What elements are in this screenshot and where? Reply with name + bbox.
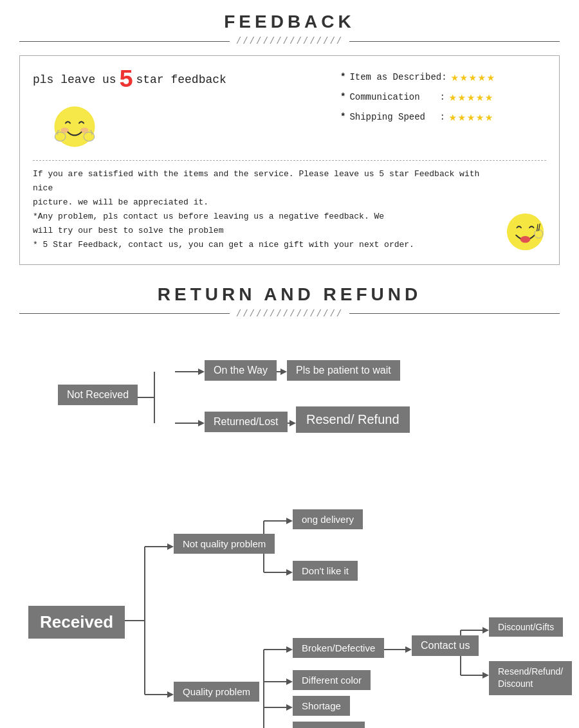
long-delivery-box: ong delivery [293, 509, 363, 529]
feedback-line3: *Any problem, pls contact us before leav… [33, 212, 384, 221]
star-4: ★ [478, 69, 486, 85]
svg-marker-10 [198, 369, 205, 375]
discount-gifts-box: Discount/Gifts [489, 617, 563, 637]
return-title: RETURN AND REFUND [19, 284, 560, 305]
big-five: 5 [119, 66, 134, 94]
resend-refund-discount-box: Resend/Refund/ Discount [489, 661, 572, 695]
feedback-divider: //////////////// [19, 36, 560, 46]
feedback-title: FEEDBACK [19, 12, 560, 32]
feedback-left: pls leave us5star feedback [33, 66, 340, 152]
star-c5: ★ [485, 89, 493, 105]
svg-marker-29 [286, 518, 293, 524]
asterisk-3: * [340, 112, 345, 122]
smiley-face-1 [52, 104, 97, 149]
feedback-line4: will try our best to solve the problem [33, 226, 223, 235]
returned-lost-box: Returned/Lost [205, 412, 288, 432]
svg-marker-24 [167, 543, 174, 550]
feedback-body-text: If you are satisfied with the items and … [33, 167, 498, 253]
svg-marker-12 [198, 420, 205, 426]
star-c2: ★ [458, 89, 466, 105]
star-1: ★ [451, 69, 459, 85]
smiley-face-2 [504, 211, 546, 253]
wrong-items-box: Wrong items [293, 722, 365, 728]
feedback-box: pls leave us5star feedback [19, 55, 560, 265]
return-slashes: //////////////// [230, 309, 349, 319]
feedback-top: pls leave us5star feedback [33, 66, 546, 152]
star-s3: ★ [467, 109, 475, 125]
svg-point-7 [520, 236, 531, 242]
svg-marker-43 [405, 646, 412, 653]
colon-3: : [439, 112, 445, 122]
received-box: Received [28, 606, 125, 639]
colon-2: : [439, 92, 445, 102]
different-color-box: Different color [293, 670, 371, 690]
svg-marker-18 [280, 369, 287, 375]
svg-point-8 [535, 230, 543, 238]
star-s5: ★ [485, 109, 493, 125]
feedback-right: * Item as Described : ★ ★ ★ ★ ★ * Commun… [340, 66, 546, 129]
stars-comm: ★ ★ ★ ★ ★ [449, 89, 493, 105]
not-received-box: Not Received [58, 385, 138, 405]
resend-refund-box: Resend/ Refund [296, 406, 410, 433]
svg-marker-37 [286, 678, 293, 685]
svg-marker-48 [482, 672, 489, 678]
star-c3: ★ [467, 89, 475, 105]
pls-be-patient-box: Pls be patient to wait [287, 360, 400, 381]
asterisk-2: * [340, 92, 345, 102]
svg-marker-39 [286, 704, 293, 711]
return-divider: //////////////// [19, 309, 560, 319]
shipping-label: Shipping Speed [349, 112, 439, 122]
communication-label: Communication [349, 92, 439, 102]
dont-like-box: Don't like it [293, 561, 358, 581]
pls-after: star feedback [136, 73, 226, 86]
shortage-box: Shortage [293, 696, 350, 716]
feedback-section: FEEDBACK //////////////// pls leave us5s… [0, 0, 579, 271]
pls-before: pls leave us [33, 73, 116, 86]
svg-marker-26 [167, 691, 174, 698]
not-received-chart: Not Received On the Way Pls be patient t… [19, 328, 560, 469]
star-row-ship: * Shipping Speed : ★ ★ ★ ★ ★ [340, 109, 546, 125]
star-row-comm: * Communication : ★ ★ ★ ★ ★ [340, 89, 546, 105]
feedback-line1: If you are satisfied with the items and … [33, 169, 479, 193]
on-the-way-box: On the Way [205, 360, 277, 381]
svg-marker-35 [286, 646, 293, 653]
star-s2: ★ [458, 109, 466, 125]
pls-text: pls leave us5star feedback [33, 66, 340, 94]
svg-point-4 [55, 132, 66, 141]
star-5: ★ [487, 69, 495, 85]
quality-problem-box: Quality problem [174, 682, 259, 702]
stars-ship: ★ ★ ★ ★ ★ [449, 109, 493, 125]
star-3: ★ [469, 69, 477, 85]
colon-1: : [441, 72, 446, 82]
star-2: ★ [460, 69, 468, 85]
star-c1: ★ [449, 89, 457, 105]
star-c4: ★ [476, 89, 484, 105]
broken-defective-box: Broken/Defective [293, 638, 384, 658]
feedback-bottom: If you are satisfied with the items and … [33, 167, 546, 253]
received-chart: Received Not quality problem ong deliver… [19, 482, 560, 728]
not-quality-problem-box: Not quality problem [174, 534, 275, 554]
feedback-slashes: //////////////// [230, 36, 349, 46]
feedback-line2: picture. we will be appreciated it. [33, 197, 208, 207]
stars-item: ★ ★ ★ ★ ★ [451, 69, 495, 85]
contact-us-box: Contact us [412, 635, 479, 656]
svg-marker-20 [290, 420, 296, 426]
star-s1: ★ [449, 109, 457, 125]
asterisk-1: * [340, 72, 345, 82]
feedback-line5: * 5 Star Feedback, contact us, you can g… [33, 240, 414, 250]
star-row-item: * Item as Described : ★ ★ ★ ★ ★ [340, 69, 546, 85]
svg-point-5 [84, 132, 95, 141]
star-s4: ★ [476, 109, 484, 125]
return-section: RETURN AND REFUND //////////////// [0, 271, 579, 728]
svg-marker-46 [482, 627, 489, 633]
item-described-label: Item as Described [349, 72, 441, 82]
dotted-divider [33, 160, 546, 161]
svg-marker-31 [286, 569, 293, 576]
